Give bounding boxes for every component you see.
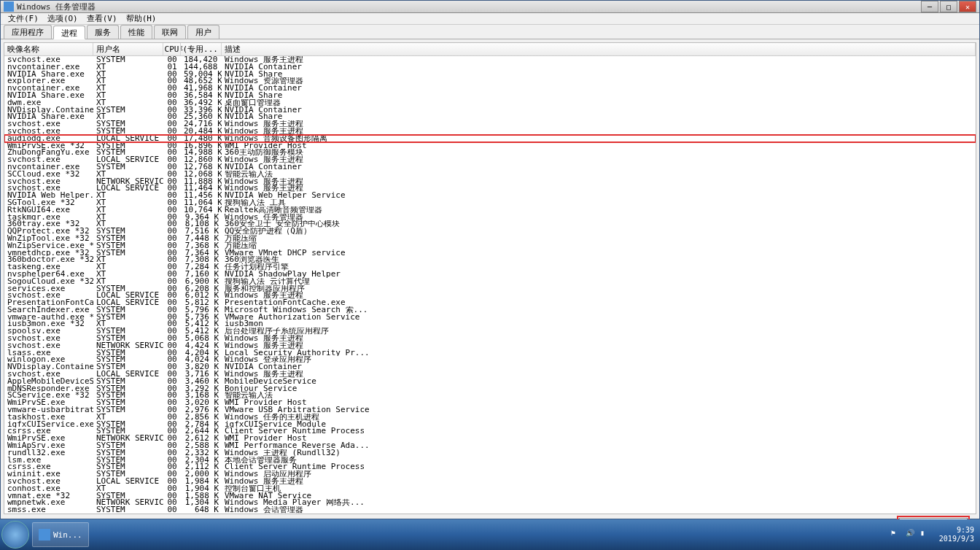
titlebar[interactable]: Windows 任务管理器 ─ □ ✕ (1, 1, 979, 13)
table-row[interactable]: 360tray.exe *32XT008,108 K360安全卫士 安全防护中心… (4, 220, 976, 228)
tray-flag-icon[interactable]: ⚑ (891, 529, 903, 541)
table-row[interactable]: smss.exeSYSTEM00648 KWindows 会话管理器 (4, 506, 976, 514)
system-tray[interactable]: ⚑ 🔊 ▮ 9:39 2019/9/3 (890, 526, 980, 543)
table-row[interactable]: NVIDIA Share.exeXT0025,360 KNVIDIA Share (4, 113, 976, 120)
cell-user: LOCAL SERVICE (93, 299, 163, 306)
table-row[interactable]: WmiPrvSE.exeSYSTEM003,020 KWMI Provider … (4, 399, 976, 406)
menu-options[interactable]: 选项(O) (43, 13, 82, 24)
tab-processes[interactable]: 进程 (53, 26, 85, 39)
table-row[interactable]: AppleMobileDeviceService.exeSYSTEM003,46… (4, 378, 976, 385)
taskbar-item-taskmgr[interactable]: Win... (32, 522, 89, 547)
table-row[interactable]: NVDisplay.Container.exeSYSTEM003,820 KNV… (4, 363, 976, 371)
taskbar[interactable]: Win... ⚑ 🔊 ▮ 9:39 2019/9/3 (0, 519, 980, 550)
table-row[interactable]: lsass.exeSYSTEM004,204 KLocal Security A… (4, 349, 976, 357)
table-row[interactable]: QQProtect.exe *32SYSTEM007,516 KQQ安全防护进程… (4, 228, 976, 235)
table-row[interactable]: vmware-usbarbitrator64.exeSYSTEM002,976 … (4, 406, 976, 414)
table-row[interactable]: nvcontainer.exeSYSTEM0012,768 KNVIDIA Co… (4, 163, 976, 171)
table-row[interactable]: nvsphelper64.exeXT007,160 KNVIDIA Shadow… (4, 271, 976, 278)
table-row[interactable]: iusb3mon.exe *32XT005,412 Kiusb3mon (4, 320, 976, 328)
table-row[interactable]: SGTool.exe *32XT0011,064 K搜狗输入法 工具 (4, 199, 976, 206)
process-table-body[interactable]: svchost.exeSYSTEM00184,420 KWindows 服务主进… (4, 56, 976, 514)
table-row[interactable]: svchost.exeLOCAL SERVICE006,012 KWindows… (4, 292, 976, 299)
tray-network-icon[interactable]: ▮ (920, 529, 932, 541)
table-row[interactable]: spoolsv.exeSYSTEM005,412 K后台处理程序子系统应用程序 (4, 328, 976, 335)
table-row[interactable]: vmware-authd.exe *32SYSTEM005,736 KVMwar… (4, 314, 976, 321)
cell-user: SYSTEM (93, 228, 163, 235)
table-row[interactable]: svchost.exeLOCAL SERVICE001,984 KWindows… (4, 478, 976, 485)
table-row[interactable]: svchost.exeNETWORK SERVICE004,424 KWindo… (4, 342, 976, 349)
tab-applications[interactable]: 应用程序 (4, 25, 52, 39)
table-row[interactable]: nvcontainer.exeXT01144,688 KNVIDIA Conta… (4, 63, 976, 71)
table-row[interactable]: NVDisplay.Container.exeSYSTEM0033,396 KN… (4, 106, 976, 114)
start-button[interactable] (1, 521, 29, 549)
table-row[interactable]: RtkNGUI64.exeXT0010,764 KRealtek高清晰音频管理器 (4, 206, 976, 214)
table-row[interactable]: svchost.exeSYSTEM0020,484 KWindows 服务主进程 (4, 128, 976, 135)
table-row[interactable]: audiodg.exeLOCAL SERVICE0017,480 KWindow… (4, 135, 976, 142)
table-row[interactable]: conhost.exeXT001,904 K控制台窗口主机 (4, 485, 976, 492)
tab-bar: 应用程序 进程 服务 性能 联网 用户 (1, 25, 979, 39)
minimize-button[interactable]: ─ (921, 1, 938, 12)
table-row[interactable]: dwm.exeXT0036,492 K桌面窗口管理器 (4, 99, 976, 106)
cell-desc: Windows 服务主进程 (222, 185, 976, 192)
cell-user: SYSTEM (93, 427, 163, 435)
tray-clock[interactable]: 9:39 2019/9/3 (939, 526, 974, 543)
table-row[interactable]: 360bdoctor.exe *32XT007,308 K360浏览器医生 (4, 256, 976, 263)
col-image-name[interactable]: 映像名称 (4, 43, 93, 55)
tab-performance[interactable]: 性能 (120, 25, 152, 39)
tab-services[interactable]: 服务 (87, 25, 119, 39)
close-button[interactable]: ✕ (959, 1, 976, 12)
table-row[interactable]: NVIDIA Web Helper.exe *32XT0011,456 KNVI… (4, 192, 976, 199)
table-row[interactable]: svchost.exeLOCAL SERVICE0012,860 KWindow… (4, 156, 976, 163)
col-cpu[interactable]: CPU (163, 43, 181, 55)
maximize-button[interactable]: □ (940, 1, 957, 12)
table-row[interactable]: nvcontainer.exeXT0041,968 KNVIDIA Contai… (4, 85, 976, 92)
table-row[interactable]: WnZipTool.exe *32SYSTEM007,448 K万能压缩 (4, 235, 976, 242)
col-description[interactable]: 描述 (222, 43, 976, 55)
table-row[interactable]: wininit.exeSYSTEM002,000 KWindows 启动应用程序 (4, 470, 976, 478)
table-row[interactable]: csrss.exeSYSTEM002,644 KClient Server Ru… (4, 427, 976, 435)
table-row[interactable]: ZhuDongFangYu.exe *32SYSTEM0014,988 K360… (4, 149, 976, 156)
table-row[interactable]: svchost.exeLOCAL SERVICE0011,464 KWindow… (4, 185, 976, 192)
table-row[interactable]: svchost.exeSYSTEM00184,420 KWindows 服务主进… (4, 56, 976, 63)
table-row[interactable]: services.exeSYSTEM006,208 K服务和控制器应用程序 (4, 285, 976, 293)
table-row[interactable]: NVIDIA Share.exeXT0036,584 KNVIDIA Share (4, 92, 976, 99)
table-row[interactable]: WmiPrvSE.exeNETWORK SERVICE002,612 KWMI … (4, 435, 976, 442)
tab-networking[interactable]: 联网 (154, 25, 186, 39)
tray-volume-icon[interactable]: 🔊 (906, 529, 917, 541)
table-row[interactable]: WmiPrvSE.exe *32SYSTEM0016,896 KWMI Prov… (4, 142, 976, 150)
col-memory[interactable]: 内存(专用... (181, 43, 222, 55)
table-row[interactable]: NVIDIA Share.exeXT0059,004 KNVIDIA Share (4, 71, 976, 78)
table-row[interactable]: vmnat.exe *32SYSTEM001,588 KVMware NAT S… (4, 492, 976, 500)
table-row[interactable]: taskmgr.exeXT009,364 KWindows 任务管理器 (4, 214, 976, 221)
table-row[interactable]: WmiApSrv.exeSYSTEM002,588 KWMI Performan… (4, 442, 976, 449)
table-row[interactable]: svchost.exeNETWORK SERVICE0011,888 KWind… (4, 178, 976, 185)
cell-desc: QQ安全防护进程（Q盾） (222, 228, 976, 235)
table-row[interactable]: csrss.exeSYSTEM002,112 KClient Server Ru… (4, 463, 976, 470)
menu-view[interactable]: 查看(V) (82, 13, 122, 24)
table-row[interactable]: SearchIndexer.exeSYSTEM005,796 KMicrosof… (4, 306, 976, 314)
table-header: 映像名称 用户名 CPU 内存(专用... 描述 (4, 43, 976, 56)
table-row[interactable]: taskhost.exeXT002,856 KWindows 任务的主机进程 (4, 414, 976, 421)
table-row[interactable]: lsm.exeSYSTEM002,304 K本地会话管理器服务 (4, 457, 976, 464)
table-row[interactable]: taskeng.exeXT007,284 K任务计划程序引擎 (4, 263, 976, 271)
table-row[interactable]: vmnetdhcp.exe *32SYSTEM007,364 KVMware V… (4, 249, 976, 257)
table-row[interactable]: explorer.exeXT0048,652 KWindows 资源管理器 (4, 77, 976, 85)
table-row[interactable]: svchost.exeSYSTEM005,068 KWindows 服务主进程 (4, 335, 976, 342)
table-row[interactable]: SCCloud.exe *32XT0012,068 K智能云输入法 (4, 171, 976, 178)
table-row[interactable]: SogouCloud.exe *32XT006,900 K搜狗输入法 云计算代理 (4, 278, 976, 285)
col-user[interactable]: 用户名 (93, 43, 163, 55)
cell-cpu: 00 (163, 299, 181, 306)
tab-users[interactable]: 用户 (187, 25, 219, 39)
table-row[interactable]: svchost.exeSYSTEM0024,716 KWindows 服务主进程 (4, 120, 976, 128)
table-row[interactable]: mDNSResponder.exeSYSTEM003,292 KBonjour … (4, 385, 976, 392)
table-row[interactable]: WnZipService.exe *32SYSTEM007,368 K万能压缩 (4, 242, 976, 249)
table-row[interactable]: rundll32.exeSYSTEM002,332 KWindows 主进程 (… (4, 449, 976, 457)
menu-file[interactable]: 文件(F) (4, 13, 43, 24)
table-row[interactable]: PresentationFontCache.exeLOCAL SERVICE00… (4, 299, 976, 306)
menu-help[interactable]: 帮助(H) (122, 13, 161, 24)
table-row[interactable]: winlogon.exeSYSTEM004,024 KWindows 登录应用程… (4, 356, 976, 363)
table-row[interactable]: svchost.exeLOCAL SERVICE003,716 KWindows… (4, 371, 976, 378)
table-row[interactable]: wmpnetwk.exeNETWORK SERVICE001,304 KWind… (4, 499, 976, 506)
table-row[interactable]: igfxCUIService.exeSYSTEM002,784 KigfxCUI… (4, 421, 976, 428)
table-row[interactable]: SCService.exe *32SYSTEM003,168 K智能云输入法 (4, 392, 976, 399)
